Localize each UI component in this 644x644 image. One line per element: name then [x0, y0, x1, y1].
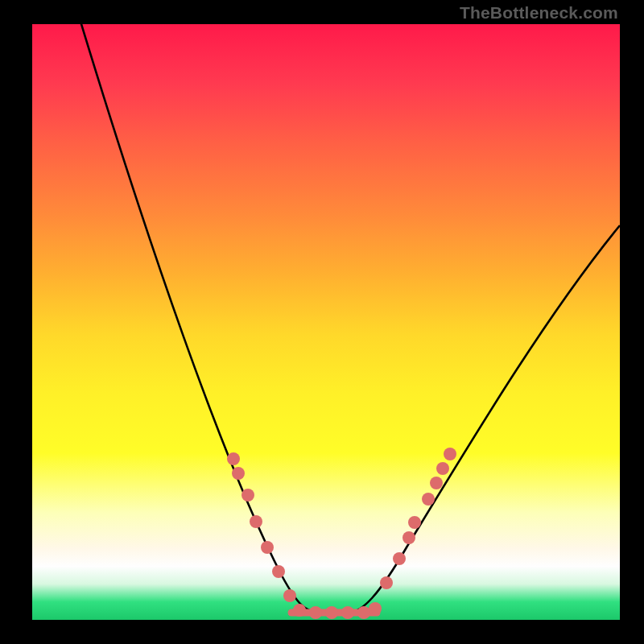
curve-right-arm — [350, 225, 620, 612]
marker-point — [242, 489, 254, 502]
marker-point — [369, 602, 382, 615]
marker-point — [325, 606, 338, 619]
curve-left-arm — [79, 24, 318, 612]
marker-point — [293, 604, 306, 617]
marker-point — [232, 467, 245, 480]
marker-point — [380, 576, 393, 589]
marker-point — [250, 515, 262, 528]
marker-point — [430, 477, 443, 489]
marker-point — [357, 606, 370, 619]
marker-point — [402, 531, 415, 544]
marker-point — [436, 462, 449, 475]
marker-point — [408, 516, 421, 529]
marker-point — [283, 589, 296, 602]
marker-point — [272, 565, 285, 578]
marker-point — [309, 606, 322, 619]
marker-point — [422, 493, 435, 506]
marker-point — [393, 552, 406, 565]
plot-area — [32, 24, 620, 620]
chart-svg — [32, 24, 620, 620]
marker-point — [341, 606, 354, 619]
marker-point — [261, 541, 274, 554]
marker-point — [227, 452, 240, 465]
marker-point — [444, 448, 456, 460]
chart-canvas: TheBottleneck.com — [0, 0, 644, 644]
watermark-text: TheBottleneck.com — [460, 3, 618, 23]
